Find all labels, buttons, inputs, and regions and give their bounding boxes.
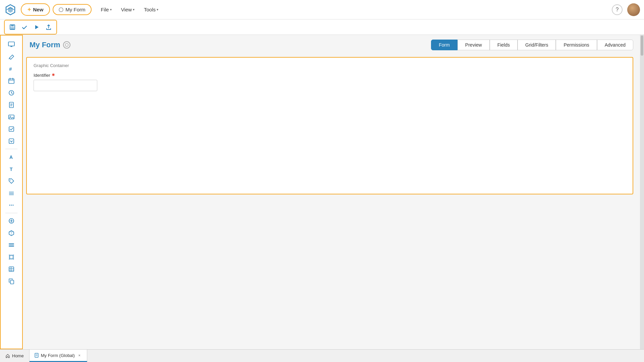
svg-rect-43	[9, 267, 14, 272]
svg-text:#: #	[9, 66, 12, 72]
identifier-required-icon	[51, 73, 55, 78]
myform-tab[interactable]: My Form	[53, 4, 91, 15]
svg-marker-3	[35, 25, 39, 29]
tools-chevron: ▾	[157, 8, 158, 11]
circle-icon	[59, 7, 63, 12]
sidebar-divider-2	[5, 213, 17, 213]
menu-group: File ▾ View ▾ Tools ▾	[97, 5, 162, 14]
cube-icon[interactable]	[4, 227, 19, 239]
toolbar-bar	[0, 19, 644, 35]
svg-rect-23	[9, 139, 14, 143]
svg-rect-47	[10, 280, 14, 284]
svg-point-50	[52, 74, 54, 76]
new-label: New	[33, 7, 44, 12]
tab-preview[interactable]: Preview	[458, 40, 490, 50]
identifier-label: Identifier	[34, 73, 626, 78]
tab-permissions[interactable]: Permissions	[556, 40, 597, 50]
text-A-icon[interactable]: A	[4, 151, 19, 163]
bottom-tab-label: My Form (Global)	[41, 353, 75, 358]
file-chevron: ▾	[110, 8, 112, 11]
clock-icon[interactable]	[4, 87, 19, 99]
identifier-input[interactable]	[34, 80, 97, 91]
bottom-tab-close[interactable]: ×	[77, 353, 82, 358]
home-icon	[5, 354, 10, 358]
check-button[interactable]	[19, 21, 30, 33]
svg-rect-51	[35, 353, 38, 357]
edit-icon[interactable]	[4, 51, 19, 62]
home-label: Home	[12, 353, 24, 358]
svg-rect-41	[10, 255, 13, 259]
scrollbar-thumb	[641, 36, 643, 56]
svg-point-32	[13, 205, 14, 206]
menu-icon[interactable]	[4, 239, 19, 251]
tools-label: Tools	[144, 7, 156, 12]
home-tab[interactable]: Home	[0, 350, 30, 362]
graphic-container-label: Graphic Container	[34, 63, 626, 68]
svg-point-30	[9, 205, 10, 206]
avatar-image	[627, 3, 640, 16]
hash-icon[interactable]: #	[4, 63, 19, 74]
svg-line-7	[9, 58, 9, 59]
toolbar-group	[4, 20, 57, 35]
canvas-wrapper: Graphic Container Identifier	[23, 54, 640, 349]
view-menu[interactable]: View ▾	[117, 5, 139, 14]
dropdown-icon[interactable]	[4, 135, 19, 147]
plus-icon: +	[28, 6, 31, 13]
form-title-settings-icon[interactable]	[63, 41, 70, 49]
top-bar: + New My Form File ▾ View ▾ Tools ▾ ?	[0, 0, 644, 19]
form-title: My Form	[30, 41, 60, 49]
svg-line-15	[11, 93, 12, 94]
help-button[interactable]: ?	[612, 4, 623, 15]
main-content: # A T	[0, 35, 644, 349]
calendar-icon[interactable]	[4, 75, 19, 86]
copy-icon[interactable]	[4, 276, 19, 287]
lines-icon[interactable]	[4, 187, 19, 199]
svg-text:A: A	[9, 155, 13, 160]
svg-rect-1	[11, 25, 14, 26]
more-icon[interactable]	[4, 199, 19, 211]
svg-rect-22	[9, 127, 14, 131]
checkbox-icon[interactable]	[4, 123, 19, 135]
svg-rect-20	[9, 115, 14, 119]
form-area: My Form Form Preview Fields Grid/Filters…	[23, 35, 640, 349]
identifier-text: Identifier	[34, 73, 50, 78]
doc-icon	[34, 353, 39, 358]
bottom-myform-tab[interactable]: My Form (Global) ×	[30, 350, 87, 362]
file-label: File	[101, 7, 109, 12]
svg-rect-4	[8, 42, 14, 46]
user-avatar[interactable]	[627, 3, 640, 16]
tabs-group: Form Preview Fields Grid/Filters Permiss…	[431, 40, 633, 50]
tab-advanced[interactable]: Advanced	[597, 40, 633, 50]
app-logo[interactable]	[4, 3, 17, 16]
view-chevron: ▾	[133, 8, 135, 11]
add-icon[interactable]	[4, 215, 19, 227]
text-T-icon[interactable]: T	[4, 163, 19, 175]
export-button[interactable]	[43, 21, 54, 33]
tab-grid-filters[interactable]: Grid/Filters	[518, 40, 556, 50]
svg-rect-9	[9, 79, 14, 83]
left-sidebar: # A T	[0, 35, 23, 349]
sidebar-divider-1	[5, 149, 17, 149]
right-scrollbar[interactable]	[640, 35, 644, 349]
svg-point-31	[11, 205, 12, 206]
svg-point-48	[65, 44, 68, 47]
screen-icon[interactable]	[4, 39, 19, 50]
graphic-container: Graphic Container Identifier	[26, 57, 633, 194]
tab-form[interactable]: Form	[431, 40, 458, 50]
form-header: My Form Form Preview Fields Grid/Filters…	[23, 35, 640, 54]
file-menu[interactable]: File ▾	[97, 5, 116, 14]
new-button[interactable]: + New	[21, 3, 50, 16]
tools-menu[interactable]: Tools ▾	[140, 5, 162, 14]
run-button[interactable]	[31, 21, 42, 33]
form-title-group: My Form	[30, 41, 70, 49]
myform-tab-label: My Form	[65, 7, 85, 12]
tag-icon[interactable]	[4, 175, 19, 187]
bottom-bar: Home My Form (Global) ×	[0, 349, 644, 362]
view-label: View	[121, 7, 132, 12]
table-icon[interactable]	[4, 263, 19, 275]
save-button[interactable]	[7, 21, 18, 33]
box3d-icon[interactable]	[4, 251, 19, 263]
image-icon[interactable]	[4, 111, 19, 123]
document-icon[interactable]	[4, 99, 19, 111]
tab-fields[interactable]: Fields	[490, 40, 518, 50]
